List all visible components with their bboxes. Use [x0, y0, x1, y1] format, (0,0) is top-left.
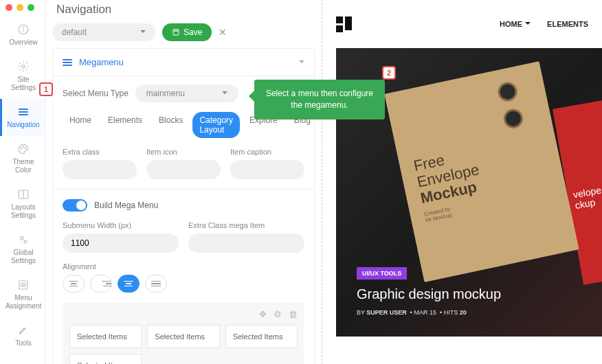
tab-elements[interactable]: Elements: [101, 112, 149, 138]
sidebar-item-navigation[interactable]: Navigation: [0, 99, 45, 136]
align-justify-button[interactable]: [145, 275, 167, 293]
meta-by: BY: [357, 309, 366, 316]
logo-icon[interactable]: [336, 16, 352, 32]
info-icon: [17, 23, 30, 36]
layout-icon: [17, 188, 30, 201]
layout-cell[interactable]: Selected Items: [69, 325, 142, 348]
nav-elements[interactable]: ELEMENTS: [547, 20, 588, 28]
layout-builder: ✥ ⚙ 🗑 Selected Items Selected Items Sele…: [63, 302, 304, 364]
palette-icon: [17, 143, 30, 155]
preview-nav: HOME ELEMENTS: [500, 20, 588, 28]
nav-label: ELEMENTS: [547, 20, 588, 28]
chevron-down-icon: [222, 91, 227, 97]
layout-cell[interactable]: Selected Items: [225, 325, 298, 348]
item-icon-input[interactable]: [146, 160, 221, 179]
sidebar-item-tools[interactable]: Tools: [0, 317, 45, 354]
minimize-dot[interactable]: [16, 4, 23, 11]
thread-button-icon: [502, 107, 524, 130]
hero-content: UI/UX TOOLS Graphic design mockup BY SUP…: [357, 266, 501, 316]
preview-header: HOME ELEMENTS: [322, 0, 602, 48]
settings-icon[interactable]: ⚙: [274, 309, 282, 319]
menu-type-select[interactable]: mainmenu: [135, 84, 238, 102]
save-label: Save: [183, 27, 202, 37]
settings-panel: Navigation default Save ✕ Megamenu Selec…: [45, 0, 322, 364]
item-icon-label: Item icon: [146, 148, 221, 156]
sidebar-item-layouts[interactable]: Layouts Settings: [0, 181, 45, 227]
panel-title: Navigation: [52, 0, 315, 23]
preview-pane: HOME ELEMENTS velope ckup FreeEnvelopeMo…: [322, 0, 602, 364]
meta-author: SUPER USER: [366, 309, 407, 316]
submenu-width-input[interactable]: [63, 234, 179, 253]
item-caption-label: Item caption: [230, 148, 304, 156]
thread-button-icon: [496, 80, 519, 103]
nav-label: HOME: [500, 20, 522, 28]
tab-home[interactable]: Home: [63, 112, 98, 138]
sidebar-item-site-settings[interactable]: Site Settings: [0, 54, 45, 99]
chevron-down-icon: [525, 22, 531, 27]
sidebar-label: Theme Color: [12, 158, 34, 174]
hero-title[interactable]: Graphic design mockup: [357, 286, 501, 302]
tooltip: Select a menu then configure the megamen…: [254, 80, 385, 120]
window-controls: [5, 4, 34, 11]
sidebar-item-global[interactable]: Global Settings: [0, 227, 45, 272]
chevron-down-icon: [140, 30, 146, 36]
svg-point-6: [25, 148, 26, 149]
sidebar-label: Overview: [9, 38, 38, 47]
gear-icon: [17, 60, 30, 73]
menu-type-label: Select Menu Type: [63, 89, 129, 98]
svg-point-2: [23, 27, 24, 28]
sidebar-label: Layouts Settings: [11, 203, 36, 220]
move-icon[interactable]: ✥: [259, 309, 267, 319]
sidebar-label: Tools: [15, 339, 31, 348]
meta-date: MAR 15: [414, 309, 437, 316]
svg-point-9: [21, 237, 24, 240]
align-left-button[interactable]: [63, 275, 85, 293]
submenu-width-label: Submenu Width (px): [63, 221, 179, 229]
profile-select[interactable]: default: [52, 23, 155, 41]
wrench-icon: [17, 324, 30, 337]
layout-cell[interactable]: Selected Items: [147, 325, 219, 348]
extra-class-mega-input[interactable]: [188, 234, 304, 253]
svg-point-4: [21, 148, 22, 149]
layout-cell[interactable]: Selected Items: [69, 354, 142, 364]
sidebar-label: Navigation: [7, 121, 39, 129]
extra-class-input[interactable]: [63, 160, 137, 179]
callout-marker-2: 2: [382, 66, 396, 80]
tab-category-layout[interactable]: Category Layout: [192, 112, 240, 138]
sidebar-item-theme-color[interactable]: Theme Color: [0, 136, 45, 181]
align-center-button[interactable]: [118, 275, 140, 293]
tab-blocks[interactable]: Blocks: [152, 112, 190, 138]
meta-hits-label: HITS: [444, 309, 460, 316]
section-header[interactable]: Megamenu: [53, 49, 314, 76]
build-mega-label: Build Mega Menu: [94, 201, 158, 210]
svg-point-10: [24, 240, 27, 243]
sidebar-item-overview[interactable]: Overview: [0, 16, 45, 54]
menu-icon: [17, 106, 30, 118]
section-title: Megamenu: [79, 57, 124, 67]
maximize-dot[interactable]: [27, 4, 34, 11]
nav-home[interactable]: HOME: [500, 20, 531, 28]
sidebar: Overview Site Settings Navigation Theme …: [0, 0, 45, 364]
menu-icon: [63, 59, 72, 66]
align-right-button[interactable]: [90, 275, 112, 293]
hero-meta: BY SUPER USER • MAR 15 • HITS 20: [357, 309, 501, 316]
category-badge[interactable]: UI/UX TOOLS: [357, 267, 407, 280]
divider: [53, 189, 314, 190]
sidebar-item-menu-assignment[interactable]: Menu Assignment: [0, 272, 45, 317]
sidebar-label: Global Settings: [11, 249, 36, 265]
trash-icon[interactable]: 🗑: [289, 309, 298, 319]
sidebar-label: Menu Assignment: [5, 294, 41, 310]
item-caption-input[interactable]: [230, 160, 304, 179]
close-button[interactable]: ✕: [219, 27, 227, 38]
alignment-label: Alignment: [63, 262, 304, 271]
chevron-down-icon: [299, 60, 304, 66]
build-mega-toggle[interactable]: [63, 199, 87, 212]
extra-class-label: Extra class: [63, 148, 137, 156]
extra-class-mega-label: Extra Class mega Item: [188, 221, 304, 229]
menu-type-value: mainmenu: [146, 89, 185, 98]
gears-icon: [17, 234, 30, 246]
profile-value: default: [62, 27, 87, 37]
list-icon: [17, 279, 30, 291]
close-dot[interactable]: [5, 4, 12, 11]
save-button[interactable]: Save: [162, 23, 212, 41]
